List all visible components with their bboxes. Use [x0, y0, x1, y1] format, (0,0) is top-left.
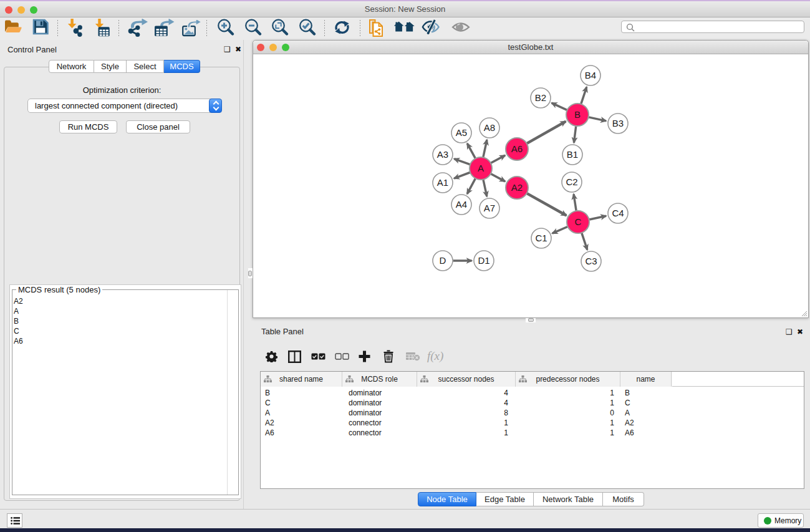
svg-text:C2: C2	[566, 177, 577, 187]
svg-text:A8: A8	[484, 122, 495, 133]
svg-text:D1: D1	[478, 255, 489, 266]
svg-text:A2: A2	[511, 182, 523, 193]
svg-text:C3: C3	[585, 256, 597, 266]
svg-text:A: A	[478, 163, 484, 173]
svg-text:A4: A4	[456, 199, 467, 210]
svg-text:A7: A7	[484, 203, 495, 213]
svg-text:B: B	[574, 109, 581, 120]
svg-text:B4: B4	[585, 70, 596, 80]
svg-text:A3: A3	[437, 149, 448, 160]
svg-text:B2: B2	[535, 92, 546, 103]
svg-text:B3: B3	[612, 118, 624, 128]
svg-text:C1: C1	[535, 233, 547, 243]
svg-text:A1: A1	[437, 177, 448, 188]
svg-text:D: D	[440, 255, 446, 266]
svg-text:A6: A6	[511, 143, 523, 154]
svg-text:C: C	[575, 216, 582, 227]
svg-text:A5: A5	[456, 127, 467, 138]
svg-text:B1: B1	[567, 149, 578, 160]
svg-text:C4: C4	[612, 208, 624, 218]
